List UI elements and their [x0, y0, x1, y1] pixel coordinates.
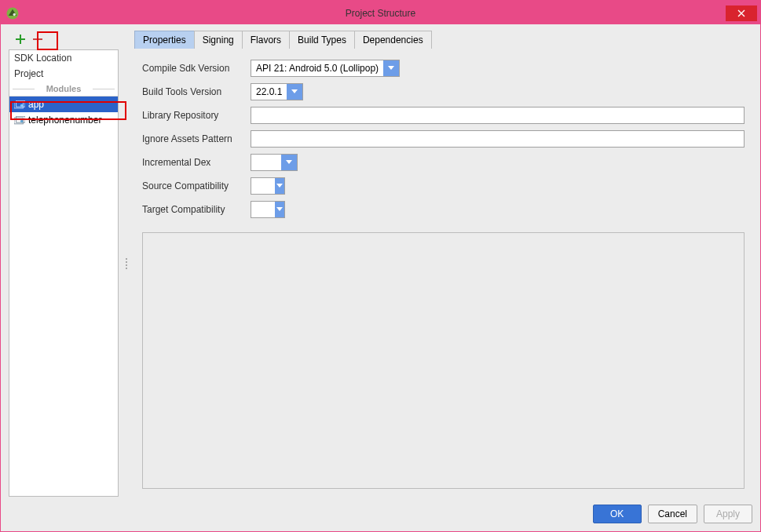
chevron-down-icon	[281, 155, 297, 170]
target-compat-combo[interactable]	[251, 201, 285, 218]
add-module-button[interactable]	[12, 31, 29, 48]
window-title: Project Structure	[346, 8, 415, 19]
dialog-body: SDK Location Project Modules app	[1, 24, 760, 531]
row-compile-sdk: Compile Sdk Version API 21: Android 5.0 …	[142, 60, 745, 77]
chevron-down-icon	[275, 202, 284, 217]
tab-flavors[interactable]: Flavors	[242, 31, 290, 49]
splitter-handle-icon	[126, 258, 127, 269]
tab-signing[interactable]: Signing	[194, 31, 243, 49]
svg-point-7	[20, 119, 24, 122]
row-incremental-dex: Incremental Dex	[142, 154, 745, 171]
left-panel: SDK Location Project Modules app	[9, 31, 119, 497]
tab-build-types[interactable]: Build Types	[289, 31, 355, 49]
tabs: Properties Signing Flavors Build Types D…	[134, 31, 752, 49]
svg-point-1	[13, 13, 16, 16]
sidebar-section-modules: Modules	[9, 82, 118, 97]
label-source-compat: Source Compatibility	[142, 180, 244, 191]
label-compile-sdk: Compile Sdk Version	[142, 63, 244, 74]
module-item-app[interactable]: app	[9, 97, 118, 112]
row-ignore-assets: Ignore Assets Pattern	[142, 130, 745, 148]
plus-icon	[15, 34, 26, 45]
compile-sdk-combo[interactable]: API 21: Android 5.0 (Lollipop)	[251, 60, 400, 77]
row-source-compat: Source Compatibility	[142, 177, 745, 195]
button-row: OK Cancel Apply	[9, 497, 752, 523]
content-row: SDK Location Project Modules app	[9, 31, 752, 497]
titlebar: Project Structure	[1, 2, 760, 24]
svg-point-4	[20, 104, 24, 107]
ignore-assets-input[interactable]	[251, 130, 745, 148]
library-repo-input[interactable]	[251, 107, 745, 124]
chevron-down-icon	[383, 60, 399, 76]
label-target-compat: Target Compatibility	[142, 204, 244, 215]
incremental-dex-combo[interactable]	[251, 154, 298, 171]
row-target-compat: Target Compatibility	[142, 201, 745, 218]
label-incremental-dex: Incremental Dex	[142, 157, 244, 168]
sidebar-item-sdk-location[interactable]: SDK Location	[9, 50, 118, 66]
module-icon	[14, 116, 25, 125]
cancel-button[interactable]: Cancel	[648, 505, 697, 523]
tab-dependencies[interactable]: Dependencies	[354, 31, 432, 49]
apply-button[interactable]: Apply	[704, 505, 752, 523]
module-item-telephonenumber[interactable]: telephonenumber	[9, 112, 118, 128]
properties-panel: Compile Sdk Version API 21: Android 5.0 …	[134, 49, 752, 497]
close-icon	[737, 9, 745, 17]
build-tools-value: 22.0.1	[251, 86, 287, 97]
remove-module-button[interactable]	[29, 31, 46, 48]
tab-properties[interactable]: Properties	[134, 31, 195, 49]
label-ignore-assets: Ignore Assets Pattern	[142, 133, 244, 144]
module-icon	[14, 100, 25, 109]
build-tools-combo[interactable]: 22.0.1	[251, 83, 303, 100]
module-label: app	[28, 99, 44, 110]
module-toolbar	[9, 31, 119, 48]
row-library-repo: Library Repository	[142, 107, 745, 124]
right-panel: Properties Signing Flavors Build Types D…	[134, 31, 752, 497]
lower-pane	[142, 232, 745, 489]
app-icon	[5, 6, 20, 20]
row-build-tools: Build Tools Version 22.0.1	[142, 83, 745, 100]
label-library-repo: Library Repository	[142, 110, 244, 121]
splitter[interactable]	[125, 31, 128, 497]
minus-icon	[32, 34, 43, 45]
chevron-down-icon	[275, 178, 284, 194]
sidebar-list: SDK Location Project Modules app	[9, 49, 119, 497]
module-label: telephonenumber	[28, 115, 101, 126]
compile-sdk-value: API 21: Android 5.0 (Lollipop)	[251, 63, 383, 74]
ok-button[interactable]: OK	[593, 505, 642, 523]
chevron-down-icon	[287, 84, 302, 100]
sidebar-item-project[interactable]: Project	[9, 66, 118, 82]
close-button[interactable]	[726, 5, 757, 21]
label-build-tools: Build Tools Version	[142, 86, 244, 97]
source-compat-combo[interactable]	[251, 177, 285, 195]
dialog-window: Project Structure SDK Location Project	[0, 0, 761, 532]
